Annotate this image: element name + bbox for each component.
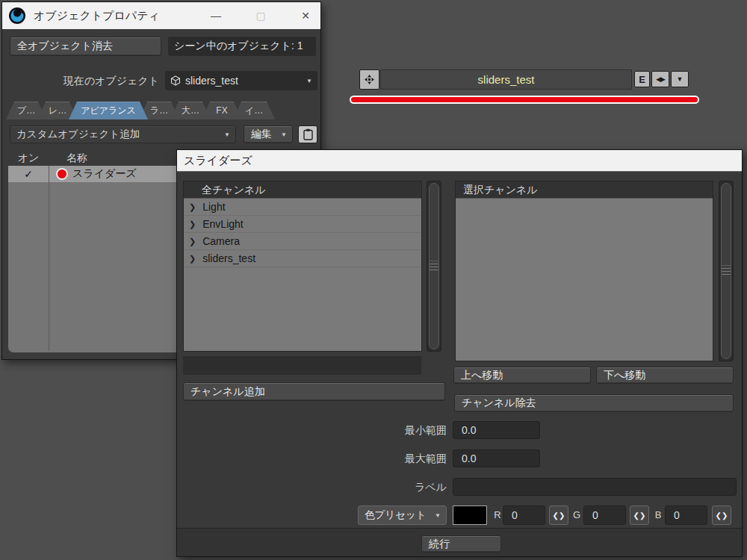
column-header-name: 名称 [49,149,87,166]
scene-object-count: シーン中のオブジェクト: 1 [168,37,316,56]
channel-item-light[interactable]: ❯ Light [184,199,421,216]
chevron-down-icon: ▼ [306,78,317,84]
slider-menu-button[interactable]: ▼ [671,71,689,87]
scrollbar-thumb[interactable] [429,183,439,349]
min-range-input[interactable]: 0.0 [453,421,540,439]
slider-name-bar[interactable]: sliders_test [380,69,632,90]
envelope-button[interactable]: E [634,71,650,87]
green-label: G [571,505,582,525]
clear-all-objects-button[interactable]: 全オブジェクト消去 [10,37,161,56]
selected-channels-header: 選択チャンネル [456,181,713,199]
label-label: ラベル [326,478,447,496]
green-stepper[interactable]: ❮❯ [630,505,649,525]
add-channel-button[interactable]: チャンネル追加 [183,382,445,401]
move-down-button[interactable]: 下へ移動 [596,367,734,384]
red-label: R [492,505,503,525]
move-up-button[interactable]: 上へ移動 [453,367,591,384]
clipboard-button[interactable] [298,125,317,143]
prev-next-icon: ◀▶ [656,75,665,83]
red-input[interactable]: 0 [503,505,545,525]
red-stepper[interactable]: ❮❯ [549,505,568,525]
blue-label: B [653,505,663,525]
tab-edges[interactable]: イ… [233,102,275,119]
dialog-title: スライダーズ [184,154,252,168]
sliders-dialog-titlebar: スライダーズ [177,150,742,172]
color-preset-dropdown[interactable]: 色プリセット ▼ [358,505,447,525]
blue-stepper[interactable]: ❮❯ [712,505,731,525]
blue-input[interactable]: 0 [665,505,707,525]
chevron-down-icon: ▼ [281,131,292,138]
scrollbar-grip-icon [430,261,438,272]
stepper-icon: ❮❯ [633,511,646,520]
chevron-down-icon: ▼ [435,512,446,519]
max-range-input[interactable]: 0.0 [453,449,540,467]
red-status-dot-icon [58,169,66,178]
lightwave-logo-icon [8,7,26,25]
all-channels-header: 全チャンネル [184,181,421,199]
channel-info-field [183,356,421,375]
move-icon [363,73,376,86]
cube-icon [170,75,181,86]
selected-channels-scrollbar[interactable] [719,181,734,361]
checkmark-icon[interactable]: ✓ [8,168,49,180]
green-input[interactable]: 0 [583,505,626,525]
column-divider [49,166,49,351]
channel-item-camera[interactable]: ❯ Camera [184,233,421,250]
color-swatch[interactable] [453,505,487,525]
continue-button[interactable]: 続行 [421,535,501,553]
chevron-down-icon: ▼ [224,131,235,138]
slider-track[interactable] [350,96,699,104]
expand-arrow-icon[interactable]: ❯ [189,237,196,246]
add-custom-object-dropdown[interactable]: カスタムオブジェクト追加 ▼ [10,125,236,143]
channel-item-sliders-test[interactable]: ❯ sliders_test [184,250,421,267]
edit-dropdown-button[interactable]: 編集 ▼ [244,125,293,143]
column-header-on: オン [8,149,49,166]
tab-appearance[interactable]: アピアランス [69,102,148,119]
min-range-label: 最小範囲 [326,421,447,439]
all-channels-list: 全チャンネル ❯ Light ❯ EnvLight ❯ Camera ❯ sli… [183,181,422,352]
scrollbar-thumb[interactable] [721,183,731,359]
window-title: オブジェクトプロパティ [34,9,160,23]
current-object-label: 現在のオブジェクト [2,71,159,90]
clipboard-icon [303,128,313,140]
stepper-icon: ❮❯ [716,511,728,520]
selected-channels-list: 選択チャンネル [455,181,713,361]
max-range-label: 最大範囲 [326,449,447,467]
expand-arrow-icon[interactable]: ❯ [189,220,196,229]
tab-bar: プ… レ… アピアランス ラ… 大… FX イ… [6,102,266,119]
all-channels-scrollbar[interactable] [427,181,441,352]
minimize-icon[interactable]: — [210,10,222,22]
slider-drag-handle-button[interactable] [359,69,379,90]
scrollbar-grip-icon [722,266,731,277]
expand-arrow-icon[interactable]: ❯ [189,202,196,212]
current-object-value: sliders_test [185,75,238,87]
sliders-dialog: スライダーズ 全チャンネル ❯ Light ❯ EnvLight ❯ Camer… [176,149,743,557]
current-object-dropdown[interactable]: sliders_test ▼ [165,71,317,90]
slider-name: sliders_test [478,73,535,86]
expand-arrow-icon[interactable]: ❯ [189,254,196,264]
chevron-down-icon: ▼ [677,75,684,83]
maximize-icon[interactable]: ▢ [255,10,267,22]
close-icon[interactable]: ✕ [300,10,311,22]
remove-channel-button[interactable]: チャンネル除去 [454,394,734,412]
channel-item-envlight[interactable]: ❯ EnvLight [184,216,421,233]
label-input[interactable] [453,478,737,496]
object-properties-titlebar: オブジェクトプロパティ — ▢ ✕ [2,2,320,29]
prev-next-button[interactable]: ◀▶ [651,71,669,87]
stepper-icon: ❮❯ [553,511,565,520]
